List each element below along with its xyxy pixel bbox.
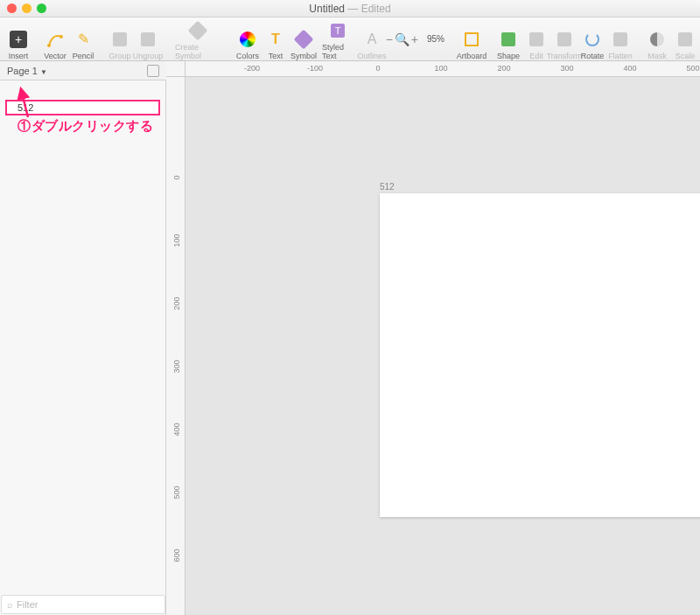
filter-input[interactable]: ⌕ Filter [1,595,165,614]
insert-icon: + [9,30,28,49]
svg-point-0 [47,44,51,47]
mask-label: Mask [648,52,667,60]
document-name: Untitled [309,3,345,15]
group-label: Group [109,52,131,60]
zoom-out-icon[interactable]: − [386,32,393,46]
create-symbol-icon [188,21,207,40]
symbol-button[interactable]: Symbol [290,18,317,60]
ruler-tick: 200 [172,295,181,312]
edit-button[interactable]: Edit [523,18,550,60]
symbol-label: Symbol [290,52,317,60]
create-symbol-label: Create Symbol [175,43,220,60]
zoom-icon: 🔍 [395,32,410,46]
shape-icon [499,30,518,49]
vector-icon [46,30,65,49]
vertical-ruler: 0 100 200 300 400 500 600 [166,77,186,615]
artboard-512[interactable] [380,193,700,517]
artboard-name-label[interactable]: 512 [380,182,395,192]
edited-indicator: — Edited [347,3,390,15]
mask-button[interactable]: Mask [644,18,670,60]
transform-icon [555,30,574,49]
styled-text-label: Styled Text [322,43,354,60]
ruler-tick: 500 [686,64,699,73]
svg-line-2 [22,93,28,117]
shape-button[interactable]: Shape [495,18,522,60]
search-icon: ⌕ [7,599,13,610]
scale-button[interactable]: Scale [672,18,698,60]
symbol-icon [294,30,313,49]
vector-button[interactable]: Vector [42,18,68,60]
zoom-value: 95% [427,34,444,44]
outlines-icon: A [362,30,382,49]
outlines-button[interactable]: A Outlines [359,18,385,60]
flatten-button[interactable]: Flatten [607,18,634,60]
flatten-label: Flatten [608,52,633,60]
page-selector[interactable]: Page 1 ▼ [0,61,166,80]
page-label: Page 1 ▼ [7,66,47,76]
insert-button[interactable]: + Insert [5,18,32,60]
ruler-tick: 300 [172,358,181,375]
pencil-label: Pencil [73,52,94,60]
ruler-tick: 0 [172,169,181,186]
ruler-tick: 400 [172,421,181,438]
artboard-label: Artboard [457,52,487,60]
ruler-tick: -100 [307,64,323,73]
colors-label: Colors [236,52,259,60]
traffic-lights [0,3,46,13]
horizontal-ruler: -200 -100 0 100 200 300 400 500 [186,61,700,77]
pencil-button[interactable]: ✎ Pencil [70,18,96,60]
close-window-button[interactable] [7,3,17,13]
ruler-corner [166,61,186,77]
pencil-icon: ✎ [74,30,93,49]
ungroup-label: Ungroup [133,52,164,60]
insert-label: Insert [9,52,29,60]
flatten-icon [611,30,630,49]
rotate-icon [583,30,602,49]
page-options-icon[interactable] [147,65,159,77]
zoom-control[interactable]: − 🔍 + [396,32,422,46]
colors-button[interactable]: Colors [234,18,261,60]
scale-icon [676,30,695,49]
shape-label: Shape [497,52,520,60]
vector-label: Vector [44,52,66,60]
zoom-in-icon[interactable]: + [411,32,418,46]
ruler-tick: 600 [172,547,181,564]
canvas-area: -200 -100 0 100 200 300 400 500 0 100 20… [166,61,700,615]
layers-panel: Page 1 ▼ 512 ⌕ Filter [0,61,166,615]
outlines-label: Outlines [357,52,386,60]
ruler-tick: 100 [172,232,181,249]
window-title: Untitled — Edited [309,3,390,15]
main-toolbar: + Insert Vector ✎ Pencil Group Ungroup C… [0,17,700,61]
text-icon: T [266,30,285,49]
text-button[interactable]: T Text [262,18,289,60]
artboard-button[interactable]: Artboard [458,18,485,60]
edit-label: Edit [529,52,543,60]
rotate-label: Rotate [581,52,605,60]
transform-button[interactable]: Transform [551,18,578,60]
artboard-icon [462,30,481,49]
ruler-tick: 100 [434,64,447,73]
ruler-tick: -200 [244,64,260,73]
colors-icon [238,30,257,49]
zoom-percent[interactable]: 95% [424,18,448,60]
group-button[interactable]: Group [107,18,133,60]
styled-text-icon: T [328,21,347,40]
ruler-tick: 0 [375,64,380,73]
svg-point-1 [60,35,63,38]
filter-placeholder: Filter [17,599,38,610]
mask-icon [648,30,667,49]
canvas[interactable]: 512 [186,77,700,615]
create-symbol-button[interactable]: Create Symbol [172,18,224,60]
transform-label: Transform [547,52,583,60]
ruler-tick: 200 [497,64,510,73]
ungroup-button[interactable]: Ungroup [135,18,161,60]
rotate-button[interactable]: Rotate [579,18,606,60]
ungroup-icon [138,30,158,49]
minimize-window-button[interactable] [22,3,32,13]
zoom-window-button[interactable] [37,3,46,13]
ruler-tick: 300 [560,64,573,73]
annotation-text: ①ダブルクリックする [18,118,153,135]
styled-text-button[interactable]: T Styled Text [318,18,357,60]
text-label: Text [269,52,284,60]
ruler-tick: 400 [623,64,636,73]
